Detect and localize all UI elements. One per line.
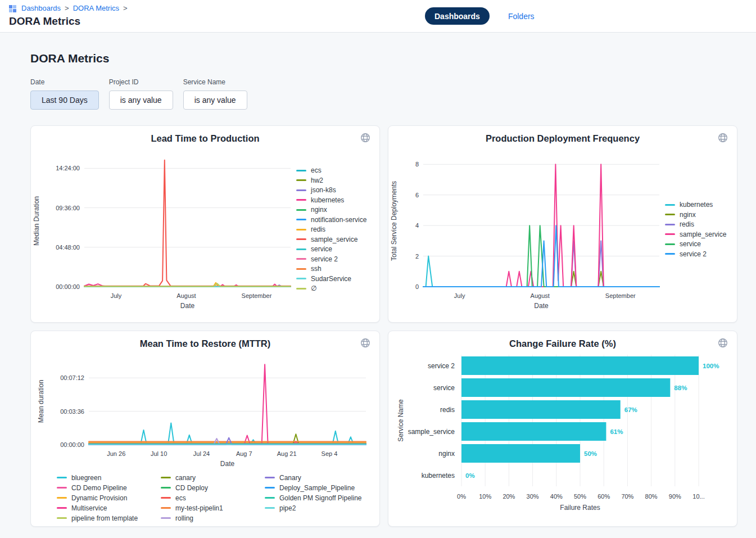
legend-swatch — [296, 179, 306, 181]
legend-item-redis[interactable]: redis — [296, 225, 366, 233]
legend-item-ecs[interactable]: ecs — [161, 493, 265, 503]
legend-item-rolling[interactable]: rolling — [161, 513, 265, 523]
legend-item-dynamic-provision[interactable]: Dynamic Provision — [57, 493, 161, 503]
legend-item-multiservice[interactable]: Multiservice — [57, 503, 161, 513]
legend-item-notification-service[interactable]: notification-service — [296, 216, 366, 224]
legend-item-sample-service[interactable]: sample_service — [296, 236, 366, 243]
globe-icon[interactable] — [359, 131, 372, 144]
x-axis-title: Date — [534, 302, 549, 310]
legend-label: rolling — [175, 514, 193, 522]
legend-item-deploy-sample-pipeline[interactable]: Deploy_Sample_Pipeline — [265, 483, 379, 492]
legend-item-canary[interactable]: Canary — [265, 473, 379, 482]
bar-service-2[interactable] — [461, 356, 699, 375]
legend-item-hw2[interactable]: hw2 — [296, 177, 366, 184]
legend-swatch — [296, 209, 306, 211]
chart-title-deployment-frequency: Production Deployment Frequency — [388, 133, 737, 144]
globe-icon — [717, 337, 728, 349]
bar-sample-service[interactable] — [461, 422, 606, 441]
legend-label: service 2 — [680, 250, 707, 258]
legend-item-ecs[interactable]: ecs — [296, 166, 366, 174]
legend-item-nginx[interactable]: nginx — [296, 206, 366, 214]
legend-item-sample-service[interactable]: sample_service — [665, 230, 726, 238]
legend-item-golden-pm-signoff-pipeline[interactable]: Golden PM Signoff Pipeline — [265, 493, 379, 503]
legend-item-canary[interactable]: canary — [161, 473, 265, 482]
y-tick-label: 14:24:00 — [56, 165, 80, 171]
mttr-chart[interactable]: 00:00:0000:03:3600:07:12Jun 26Jul 10Jul … — [35, 349, 373, 471]
change-failure-rate-chart[interactable]: 0%10%20%30%40%50%60%70%80%90%10...servic… — [394, 349, 731, 516]
legend-item-kubernetes[interactable]: kubernetes — [296, 196, 366, 204]
legend-label: ecs — [311, 166, 322, 174]
legend-item-service-2[interactable]: service 2 — [665, 250, 726, 258]
legend-item-nginx[interactable]: nginx — [665, 211, 726, 219]
legend-swatch — [296, 229, 306, 230]
legend-label: Multiservice — [71, 504, 107, 512]
bar-category-label: redis — [440, 406, 455, 414]
legend-item--[interactable]: ∅ — [296, 284, 366, 292]
y-tick-label: 00:00:00 — [60, 441, 84, 448]
legend-item-pipeline-from-template[interactable]: pipeline from template — [57, 513, 161, 523]
legend-label: nginx — [311, 206, 327, 214]
legend-swatch — [161, 517, 171, 519]
y-axis-title: Median Duration — [33, 196, 40, 246]
legend-item-bluegreen[interactable]: bluegreen — [57, 473, 161, 482]
breadcrumb-dashboards[interactable]: Dashboards — [21, 4, 61, 12]
breadcrumb-separator: > — [65, 4, 69, 12]
x-tick-label: Jul 24 — [193, 450, 210, 457]
filter-project-id: Project ID is any value — [109, 78, 173, 110]
legend-swatch — [57, 487, 67, 489]
legend-item-my-test-pipelin1[interactable]: my-test-pipelin1 — [161, 503, 265, 513]
breadcrumb-dora-metrics[interactable]: DORA Metrics — [73, 4, 119, 12]
dashboards-grid-icon — [9, 5, 16, 12]
legend-item-cd-demo-pipeline[interactable]: CD Demo Pipeline — [57, 483, 161, 492]
y-tick-label: 09:36:00 — [56, 205, 80, 211]
legend-item-sudarservice[interactable]: SudarService — [296, 275, 366, 283]
legend-swatch — [57, 477, 67, 478]
legend-label: ecs — [175, 494, 186, 502]
tab-folders[interactable]: Folders — [505, 11, 538, 21]
deployment-frequency-chart[interactable]: 02468JulyAugustSeptemberDateTotal Servic… — [388, 145, 664, 314]
x-tick-label: 20% — [503, 493, 515, 500]
filter-date-value[interactable]: Last 90 Days — [30, 91, 99, 110]
breadcrumb: Dashboards > DORA Metrics > — [9, 4, 747, 12]
card-lead-time: Lead Time to Production 00:00:0004:48:00… — [30, 125, 380, 323]
lead-time-chart[interactable]: 00:00:0004:48:0009:36:0014:24:00JulyAugu… — [31, 145, 295, 314]
x-tick-label: 80% — [645, 493, 658, 500]
legend-item-ssh[interactable]: ssh — [296, 265, 366, 273]
legend-item-cd-deploy[interactable]: CD Deploy — [161, 483, 265, 492]
legend-item-kubernetes[interactable]: kubernetes — [665, 201, 726, 209]
cards-grid: Lead Time to Production 00:00:0004:48:00… — [30, 125, 756, 527]
series-- — [84, 283, 291, 286]
filter-project-id-value[interactable]: is any value — [109, 91, 173, 110]
filter-service-name-value[interactable]: is any value — [183, 91, 247, 110]
card-mttr: Mean Time to Restore (MTTR) 00:00:0000:0… — [30, 331, 380, 527]
bar-value-label: 0% — [465, 472, 475, 479]
x-tick-label: 0% — [457, 493, 466, 500]
legend-item-pipe2[interactable]: pipe2 — [265, 503, 379, 513]
legend-item-service-2[interactable]: service 2 — [296, 255, 366, 263]
legend-label: Golden PM Signoff Pipeline — [279, 494, 362, 502]
chart-title-change-failure-rate: Change Failure Rate (%) — [388, 338, 737, 349]
legend-label: hw2 — [311, 177, 323, 184]
legend-item-service[interactable]: service — [665, 240, 726, 248]
bar-nginx[interactable] — [461, 444, 580, 463]
series-multiservice — [89, 364, 366, 445]
legend-swatch — [665, 214, 675, 215]
legend-swatch — [161, 497, 171, 499]
bar-service[interactable] — [461, 378, 670, 397]
x-tick-label: 90% — [669, 493, 681, 500]
chart-title-mttr: Mean Time to Restore (MTTR) — [31, 338, 379, 349]
legend-label: service — [680, 240, 701, 248]
legend-item-json-k8s[interactable]: json-k8s — [296, 186, 366, 194]
globe-icon[interactable] — [716, 336, 730, 350]
globe-icon[interactable] — [716, 131, 730, 144]
bar-redis[interactable] — [461, 400, 621, 419]
x-tick-label: 50% — [574, 493, 586, 500]
legend-swatch — [296, 219, 306, 220]
x-axis-title: Date — [180, 302, 195, 310]
globe-icon[interactable] — [359, 336, 372, 350]
chart-title-lead-time: Lead Time to Production — [31, 133, 379, 144]
legend-item-redis[interactable]: redis — [665, 220, 726, 228]
deployment-frequency-legend: kubernetesnginxredissample_serviceservic… — [665, 201, 726, 258]
legend-item-service[interactable]: service — [296, 245, 366, 253]
tab-dashboards[interactable]: Dashboards — [425, 7, 490, 25]
